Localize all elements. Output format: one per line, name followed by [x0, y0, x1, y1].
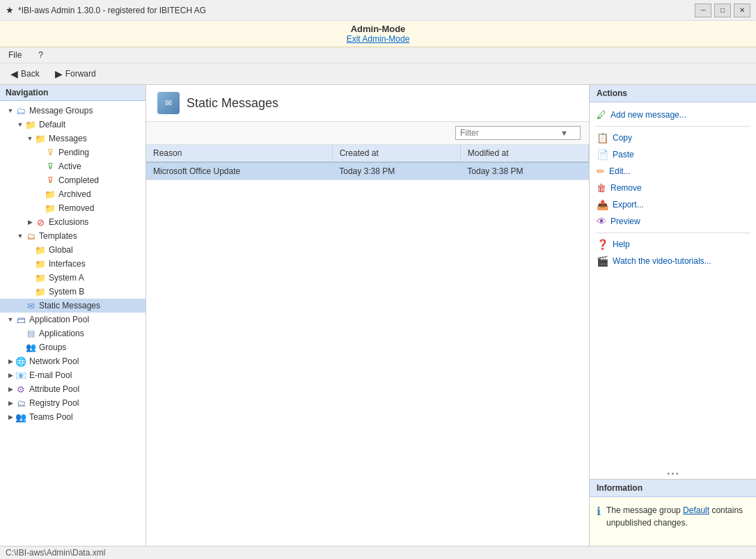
- sidebar-item-label: Interfaces: [49, 259, 86, 269]
- expander-icon: [25, 245, 35, 255]
- action-preview[interactable]: 👁 Preview: [590, 213, 756, 230]
- maximize-button[interactable]: □: [714, 3, 731, 17]
- filter-icon: ▼: [560, 129, 568, 137]
- expander-icon: ▶: [25, 217, 35, 227]
- sidebar-item-label: Groups: [39, 343, 66, 352]
- expander-icon: [35, 189, 45, 199]
- close-button[interactable]: ✕: [734, 3, 750, 17]
- remove-icon: 🗑: [597, 182, 606, 194]
- apppool-icon: 🗃: [15, 314, 26, 325]
- sidebar-item-global[interactable]: 📁 Global: [0, 243, 145, 257]
- sidebar-item-removed[interactable]: 📁 Removed: [0, 201, 145, 215]
- action-label: Export...: [613, 200, 644, 210]
- menu-help[interactable]: ?: [36, 49, 46, 61]
- sidebar-item-teams-pool[interactable]: ▶ 👥 Teams Pool: [0, 410, 145, 424]
- static-messages-icon: ✉: [25, 300, 36, 311]
- actions-header: Actions: [590, 85, 756, 102]
- action-paste[interactable]: 📄 Paste: [590, 146, 756, 163]
- nav-header: Navigation: [0, 85, 145, 101]
- expander-icon: [25, 259, 35, 269]
- email-pool-icon: 📧: [15, 370, 26, 381]
- sidebar-item-archived[interactable]: 📁 Archived: [0, 187, 145, 201]
- menubar: File ?: [0, 47, 756, 63]
- table-wrap: Reason Created at Modified at Microsoft …: [146, 145, 589, 546]
- static-messages-icon: ✉: [165, 98, 172, 108]
- sidebar-item-system-b[interactable]: 📁 System B: [0, 285, 145, 299]
- sidebar-item-registry-pool[interactable]: ▶ 🗂 Registry Pool: [0, 396, 145, 410]
- filter-bar: ▼: [146, 122, 589, 145]
- folder-blue-icon: 📁: [25, 119, 36, 130]
- forward-button[interactable]: ▶ Forward: [50, 66, 101, 81]
- sidebar-item-system-a[interactable]: 📁 System A: [0, 271, 145, 285]
- expander-icon: [25, 287, 35, 297]
- sidebar-item-completed[interactable]: ⊽ Completed: [0, 173, 145, 187]
- sidebar-item-attr-pool[interactable]: ▶ ⚙ Attribute Pool: [0, 382, 145, 396]
- sidebar-item-applications[interactable]: ▤ Applications: [0, 326, 145, 340]
- folder-icon: 📁: [35, 286, 46, 297]
- archive-folder-icon: 📁: [45, 189, 56, 200]
- filter-input[interactable]: [460, 128, 558, 138]
- action-add[interactable]: 🖊 Add new message...: [590, 107, 756, 123]
- admin-mode-title: Admin-Mode: [0, 24, 756, 34]
- groups-icon: 👥: [25, 342, 36, 353]
- action-copy[interactable]: 📋 Copy: [590, 129, 756, 146]
- minimize-button[interactable]: ─: [695, 3, 711, 17]
- info-text-before: The message group: [606, 505, 683, 515]
- statusbar: C:\IBI-aws\Admin\Data.xml: [0, 546, 756, 559]
- sidebar-item-label: System A: [49, 273, 84, 283]
- expander-icon: [35, 148, 45, 157]
- help-icon: ❓: [597, 239, 608, 250]
- action-label: Add new message...: [611, 110, 686, 120]
- forward-label: Forward: [65, 69, 96, 79]
- sidebar-item-label: Completed: [58, 175, 99, 185]
- titlebar-controls: ─ □ ✕: [695, 3, 750, 17]
- action-video[interactable]: 🎬 Watch the video-tutorials...: [590, 253, 756, 269]
- sidebar-item-label: Default: [39, 120, 65, 129]
- action-label: Edit...: [609, 166, 631, 176]
- action-label: Paste: [613, 150, 634, 159]
- table-cell-created_at: Today 3:38 PM: [332, 162, 460, 180]
- sidebar-item-label: Active: [58, 162, 81, 171]
- table-body: Microsoft Office UpdateToday 3:38 PMToda…: [146, 162, 589, 180]
- sidebar-item-email-pool[interactable]: ▶ 📧 E-mail Pool: [0, 368, 145, 382]
- sidebar-item-groups[interactable]: 👥 Groups: [0, 340, 145, 354]
- sidebar-item-messages[interactable]: ▼ 📁 Messages: [0, 132, 145, 145]
- sidebar-item-network-pool[interactable]: ▶ 🌐 Network Pool: [0, 354, 145, 368]
- dots-separator: • • •: [590, 469, 756, 479]
- menu-file[interactable]: File: [6, 49, 24, 61]
- back-button[interactable]: ◀ Back: [6, 66, 45, 81]
- sidebar-item-message-groups[interactable]: ▼ 🗂 Message Groups: [0, 104, 145, 118]
- exclusions-icon: ⊘: [35, 216, 46, 228]
- status-path: C:\IBI-aws\Admin\Data.xml: [6, 548, 105, 558]
- admin-banner: Admin-Mode Exit Admin-Mode: [0, 21, 756, 47]
- sidebar-item-pending[interactable]: ⊽ Pending: [0, 145, 145, 159]
- data-table: Reason Created at Modified at Microsoft …: [146, 145, 589, 180]
- filter-pending-icon: ⊽: [45, 147, 56, 158]
- action-edit[interactable]: ✏ Edit...: [590, 163, 756, 180]
- expander-icon: [15, 301, 25, 310]
- actions-panel: Actions 🖊 Add new message... 📋 Copy 📄 Pa…: [589, 85, 756, 546]
- sidebar-item-label: Static Messages: [39, 301, 100, 310]
- sidebar-item-active[interactable]: ⊽ Active: [0, 159, 145, 173]
- sidebar-item-label: Application Pool: [29, 315, 89, 324]
- sidebar-item-label: Teams Pool: [29, 412, 73, 422]
- info-default-link[interactable]: Default: [683, 505, 709, 515]
- sidebar-item-label: Network Pool: [29, 356, 79, 366]
- sidebar-item-interfaces[interactable]: 📁 Interfaces: [0, 257, 145, 271]
- exit-admin-mode-link[interactable]: Exit Admin-Mode: [0, 34, 756, 44]
- teams-pool-icon: 👥: [15, 411, 26, 423]
- action-remove[interactable]: 🗑 Remove: [590, 180, 756, 196]
- sidebar-item-exclusions[interactable]: ▶ ⊘ Exclusions: [0, 215, 145, 229]
- sidebar-item-static-messages[interactable]: ✉ Static Messages: [0, 299, 145, 313]
- info-text: The message group Default contains unpub…: [606, 504, 749, 529]
- content-title: Static Messages: [187, 96, 278, 111]
- sidebar-item-application-pool[interactable]: ▼ 🗃 Application Pool: [0, 313, 145, 326]
- col-reason: Reason: [146, 145, 332, 162]
- table-row[interactable]: Microsoft Office UpdateToday 3:38 PMToda…: [146, 162, 589, 180]
- sidebar-item-default[interactable]: ▼ 📁 Default: [0, 118, 145, 132]
- action-help[interactable]: ❓ Help: [590, 236, 756, 253]
- sidebar-item-templates[interactable]: ▼ 🗂 Templates: [0, 229, 145, 243]
- copy-icon: 📋: [597, 132, 608, 143]
- action-export[interactable]: 📤 Export...: [590, 196, 756, 213]
- sidebar-item-label: Removed: [58, 203, 94, 213]
